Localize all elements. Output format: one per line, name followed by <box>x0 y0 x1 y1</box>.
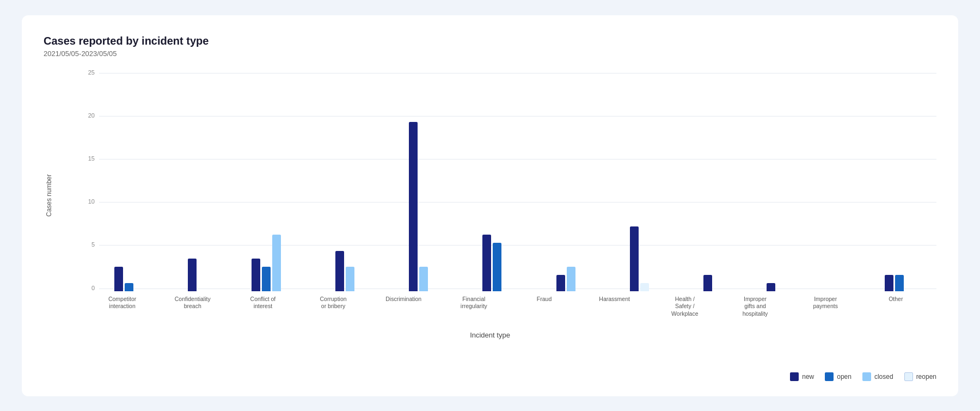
bar-group-inner <box>114 267 133 291</box>
bar-closed <box>272 235 281 291</box>
legend-label-open: open <box>837 373 852 381</box>
bar-group <box>252 235 281 291</box>
bar-group-inner <box>188 259 197 291</box>
bar-group <box>335 251 354 291</box>
bar-new <box>556 275 565 291</box>
bar-group-inner <box>556 267 575 291</box>
bar-group-inner <box>630 226 649 291</box>
bar-new <box>703 275 712 291</box>
bar-group <box>885 275 904 291</box>
legend-swatch-open <box>825 372 834 381</box>
bar-closed <box>567 267 575 291</box>
bar-group-inner <box>252 235 281 291</box>
bar-group <box>630 226 649 291</box>
chart-subtitle: 2021/05/05-2023/05/05 <box>44 50 936 58</box>
bar-group-inner <box>335 251 354 291</box>
x-axis-label: Harassment <box>590 296 639 318</box>
legend-label-closed: closed <box>874 373 893 381</box>
legend-swatch-new <box>790 372 799 381</box>
y-axis-label: Cases number <box>44 73 54 318</box>
bar-group-inner <box>482 235 501 291</box>
x-labels-row: Competitor interactionConfidentiality br… <box>82 296 936 318</box>
bar-group <box>767 283 775 291</box>
bar-new <box>630 226 639 291</box>
bar-group-inner <box>767 283 775 291</box>
bar-closed <box>346 267 354 291</box>
x-axis-label: Other <box>871 296 920 318</box>
bar-new <box>885 275 893 291</box>
x-axis-label: Improper gifts and hospitality <box>731 296 780 318</box>
x-axis-label: Corruption or bribery <box>309 296 358 318</box>
chart-inner: 2520151050 Competitor interactionConfide… <box>60 73 936 318</box>
x-axis-label: Financial irregularity <box>449 296 498 318</box>
legend-swatch-closed <box>862 372 871 381</box>
bar-new <box>767 283 775 291</box>
bar-group-inner <box>409 122 428 291</box>
legend-label-reopen: reopen <box>916 373 936 381</box>
bar-new <box>188 259 197 291</box>
bar-new <box>114 267 123 291</box>
chart-title: Cases reported by incident type <box>44 35 936 47</box>
x-axis-label: Conflict of interest <box>238 296 287 318</box>
legend-item-reopen: reopen <box>904 372 936 381</box>
bar-new <box>252 259 260 291</box>
legend-item-open: open <box>825 372 852 381</box>
bar-group-inner <box>885 275 904 291</box>
bars-container <box>82 73 936 291</box>
chart-area: Cases number 2520151050 Competitor inter… <box>44 73 936 318</box>
bar-group <box>114 267 133 291</box>
bar-group-inner <box>703 275 712 291</box>
x-axis-label: Competitor interaction <box>98 296 147 318</box>
bar-new <box>409 122 418 291</box>
bar-new <box>335 251 344 291</box>
x-axis-label: Fraud <box>520 296 569 318</box>
bar-reopen <box>640 283 649 291</box>
bar-group <box>556 267 575 291</box>
bar-closed <box>419 267 428 291</box>
bar-open <box>125 283 133 291</box>
bar-new <box>482 235 491 291</box>
bar-open <box>895 275 904 291</box>
x-axis-label: Discrimination <box>379 296 428 318</box>
plot-area: 2520151050 <box>60 73 936 291</box>
legend: newopenclosedreopen <box>790 372 936 381</box>
bar-group <box>188 259 197 291</box>
bar-group <box>409 122 428 291</box>
x-axis-label: Health / Safety / Workplace <box>660 296 709 318</box>
legend-item-new: new <box>790 372 814 381</box>
x-axis-label: Improper payments <box>801 296 850 318</box>
chart-card: Cases reported by incident type 2021/05/… <box>22 15 958 396</box>
bar-group <box>482 235 501 291</box>
x-axis-title: Incident type <box>44 331 936 339</box>
x-axis-label: Confidentiality breach <box>168 296 217 318</box>
bar-open <box>262 267 271 291</box>
legend-item-closed: closed <box>862 372 893 381</box>
legend-label-new: new <box>802 373 814 381</box>
bar-group <box>703 275 712 291</box>
bar-open <box>493 243 501 291</box>
legend-swatch-reopen <box>904 372 913 381</box>
